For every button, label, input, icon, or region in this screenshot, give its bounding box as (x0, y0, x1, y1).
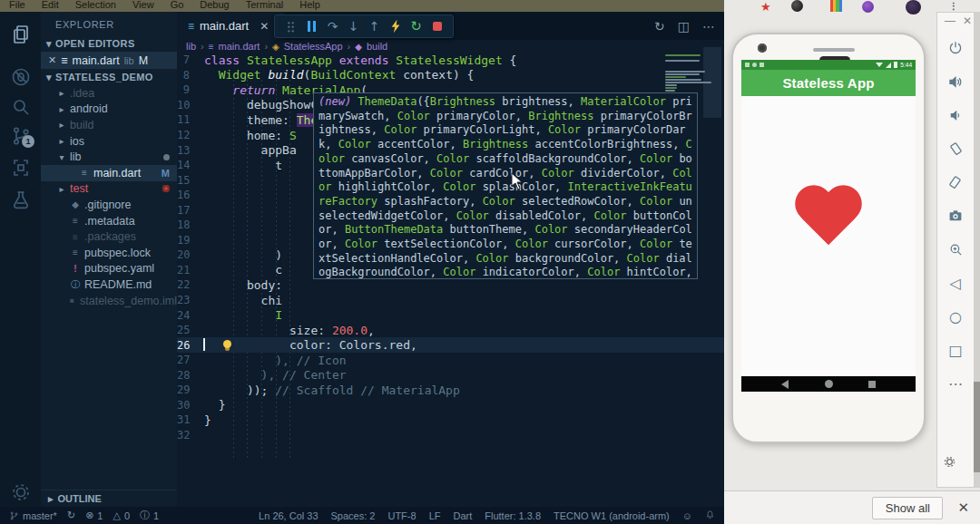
home-button[interactable] (825, 380, 833, 388)
tree-item-test[interactable]: ▸test (41, 181, 177, 198)
volume-down-button[interactable] (946, 105, 965, 125)
scrollbar-thumb[interactable] (974, 382, 980, 472)
tree-item-build[interactable]: ▸build (41, 117, 177, 133)
back-button[interactable] (781, 380, 789, 389)
menu-selection[interactable]: Selection (75, 0, 116, 12)
menu-help[interactable]: Help (299, 0, 320, 12)
code-line-8[interactable]: 8 Widget build(BuildContext context) { (177, 68, 724, 83)
pause-button[interactable] (304, 18, 320, 34)
stop-button[interactable] (429, 18, 446, 34)
more-actions-icon[interactable]: ⋯ (702, 19, 715, 34)
language-indicator[interactable]: Dart (453, 510, 472, 521)
flutter-version-indicator[interactable]: Flutter: 1.3.8 (485, 510, 541, 521)
code-line-23[interactable]: 23 chi (177, 293, 724, 308)
restart-button[interactable]: ↻ (408, 18, 425, 34)
show-all-button[interactable]: Show all (872, 497, 943, 519)
menu-debug[interactable]: Debug (200, 0, 229, 12)
editor-layout-icon[interactable] (0, 154, 41, 181)
menu-edit[interactable]: Edit (42, 0, 59, 12)
drag-handle-icon[interactable] (283, 18, 299, 34)
eol-indicator[interactable]: LF (429, 510, 441, 521)
overview-button[interactable]: □ (946, 340, 965, 360)
back-button[interactable]: ◁ (946, 273, 965, 293)
code-line-31[interactable]: 31} (177, 412, 724, 428)
overview-button[interactable] (868, 381, 876, 388)
step-over-button[interactable]: ↷ (325, 18, 341, 34)
code-line-26[interactable]: 26 color: Colors.red, (177, 337, 724, 353)
menu-view[interactable]: View (132, 0, 154, 12)
open-editor-main-dart[interactable]: ✕ ≡ main.dart lib M (41, 52, 177, 69)
rotate-right-button[interactable] (946, 172, 965, 192)
no-bug-icon[interactable] (0, 63, 41, 91)
errors-indicator[interactable]: ⊗ 1 (85, 509, 103, 521)
git-branch-indicator[interactable]: master* (9, 510, 57, 521)
editor-scrollbar[interactable] (703, 47, 721, 118)
tree-item-pubspec.yaml[interactable]: !pubspec.yaml (41, 261, 177, 277)
breadcrumb-main-dart[interactable]: main.dart (219, 41, 260, 52)
tree-item-main.dart[interactable]: ≡main.dartM (41, 165, 177, 181)
tree-item-ios[interactable]: ▸ios (41, 133, 177, 150)
tree-item-README.md[interactable]: ⓘREADME.md (41, 277, 177, 293)
more-options-button[interactable]: ⋯ (946, 374, 965, 393)
line-col-indicator[interactable]: Ln 26, Col 33 (259, 510, 318, 521)
tree-item-pubspec.lock[interactable]: ≡pubspec.lock (41, 245, 177, 261)
tree-item-.gitignore[interactable]: ◆.gitignore (41, 197, 177, 213)
code-line-28[interactable]: 28 ), // Center (177, 367, 724, 383)
tab-close-icon[interactable]: ✕ (260, 20, 269, 33)
code-line-30[interactable]: 30 } (177, 398, 724, 413)
sync-changes-icon[interactable]: ↻ (654, 19, 665, 34)
search-icon[interactable] (0, 93, 41, 121)
feedback-smiley-icon[interactable]: ☺ (682, 510, 692, 521)
volume-up-button[interactable] (946, 72, 965, 92)
split-editor-icon[interactable]: ◫ (678, 19, 690, 34)
tree-item-.metadata[interactable]: ≡.metadata (41, 213, 177, 229)
source-control-icon[interactable]: 1 (0, 122, 41, 150)
tree-item-lib[interactable]: ▾lib (41, 149, 177, 165)
open-editors-section[interactable]: ▾ OPEN EDITORS (41, 35, 177, 52)
toast-close-icon[interactable]: ✕ (957, 500, 969, 516)
encoding-indicator[interactable]: UTF-8 (387, 510, 416, 521)
warnings-indicator[interactable]: △ 0 (113, 509, 130, 521)
hot-reload-button[interactable] (387, 18, 404, 34)
breadcrumb-build[interactable]: build (367, 41, 387, 52)
close-icon[interactable]: ✕ (48, 54, 56, 66)
indentation-indicator[interactable]: Spaces: 2 (331, 510, 376, 521)
project-section[interactable]: ▾ STATELESS_DEMO (41, 69, 177, 85)
kebab-menu-icon[interactable]: ⋮ (949, 1, 958, 11)
purple-desktop-icon[interactable] (862, 1, 874, 13)
breadcrumb-statelessapp[interactable]: StatelessApp (284, 41, 343, 52)
outline-section[interactable]: ▸ OUTLINE (41, 490, 177, 507)
code-line-22[interactable]: 22 body: (177, 277, 724, 293)
settings-gear-icon[interactable] (0, 479, 41, 506)
emulator-settings-gear-icon[interactable] (943, 455, 956, 472)
code-line-29[interactable]: 29 )); // Scaffold // MaterialApp (177, 383, 724, 398)
phone-screen[interactable]: 5:44 Stateless App (741, 60, 916, 392)
tab-main-dart[interactable]: ≡ main.dart ✕ (177, 12, 284, 40)
notifications-bell-icon[interactable] (705, 509, 715, 522)
menu-terminal[interactable]: Terminal (246, 0, 284, 12)
device-indicator[interactable]: TECNO W1 (android-arm) (554, 510, 670, 521)
tree-item-.idea[interactable]: ▸.idea (41, 85, 177, 102)
code-line-7[interactable]: 7class StatelessApp extends StatelessWid… (177, 53, 724, 68)
sphere-desktop-icon[interactable] (791, 0, 803, 12)
step-into-button[interactable]: ↓ (346, 18, 362, 34)
desktop-scrollbar[interactable] (974, 12, 980, 488)
home-button[interactable]: ○ (946, 306, 965, 326)
code-line-32[interactable]: 32 (177, 428, 724, 443)
screenshot-camera-button[interactable] (946, 206, 965, 226)
code-line-25[interactable]: 25 size: 200.0, (177, 323, 724, 338)
test-flask-icon[interactable] (0, 187, 41, 214)
breadcrumb-lib[interactable]: lib (186, 41, 196, 52)
menu-file[interactable]: File (9, 0, 25, 12)
sync-icon[interactable]: ↻ (67, 509, 75, 521)
rotate-left-button[interactable] (946, 139, 965, 159)
power-button[interactable] (946, 38, 965, 58)
star-desktop-icon[interactable]: ★ (760, 0, 771, 14)
explorer-icon[interactable] (0, 21, 41, 48)
step-out-button[interactable]: ↑ (367, 18, 383, 34)
colorful-desktop-icon[interactable] (830, 0, 842, 12)
close-button[interactable]: ✕ (963, 15, 972, 27)
code-line-27[interactable]: 27 ), // Icon (177, 353, 724, 368)
tree-item-.packages[interactable]: ≡.packages (41, 228, 177, 245)
dark-desktop-icon[interactable] (906, 0, 921, 15)
